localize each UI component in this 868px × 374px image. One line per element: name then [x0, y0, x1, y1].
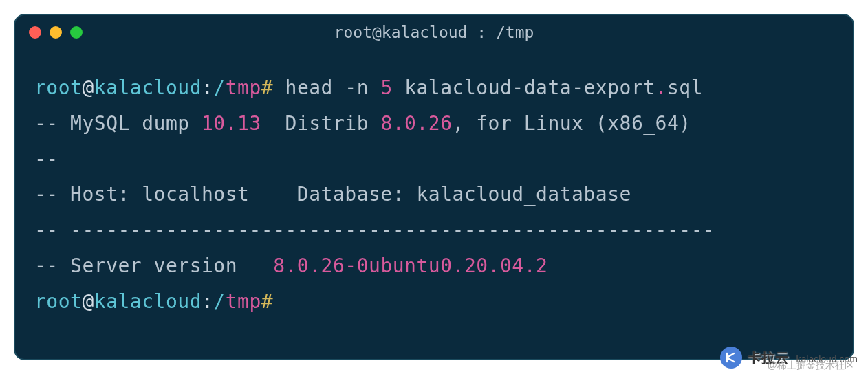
watermark-overlay: @稀土掘金技术社区: [768, 360, 854, 372]
prompt-host: kalacloud: [94, 76, 202, 99]
prompt-user: root: [34, 290, 82, 313]
minimize-icon[interactable]: [50, 26, 62, 38]
cmd-head: head: [285, 76, 345, 99]
cmd-ext: sql: [667, 76, 703, 99]
traffic-lights: [29, 26, 83, 38]
output-line-1: -- MySQL dump 10.13 Distrib 8.0.26, for …: [34, 106, 834, 142]
cmd-num: 5: [380, 76, 404, 99]
prompt-path: tmp: [226, 290, 261, 313]
prompt-colon: :: [202, 76, 213, 99]
prompt-line-2: root@kalacloud:/tmp#: [34, 284, 834, 320]
prompt-user: root: [34, 76, 82, 99]
prompt-hash: #: [261, 290, 273, 313]
prompt-host: kalacloud: [94, 290, 202, 313]
output-line-3: -- Host: localhost Database: kalacloud_d…: [34, 177, 834, 212]
window-title: root@kalacloud : /tmp: [334, 23, 534, 41]
output-line-5: -- Server version 8.0.26-0ubuntu0.20.04.…: [34, 248, 834, 284]
maximize-icon[interactable]: [70, 26, 83, 38]
prompt-path: tmp: [226, 76, 261, 99]
terminal-content[interactable]: root@kalacloud:/tmp# head -n 5 kalacloud…: [15, 50, 853, 340]
output-line-2: --: [34, 142, 834, 177]
prompt-line-1: root@kalacloud:/tmp# head -n 5 kalacloud…: [34, 70, 834, 106]
kalacloud-logo-icon: [720, 346, 742, 368]
prompt-slash: /: [213, 76, 225, 99]
prompt-colon: :: [202, 290, 213, 313]
logo-svg: [724, 351, 738, 364]
terminal-window: root@kalacloud : /tmp root@kalacloud:/tm…: [14, 14, 854, 360]
prompt-at: @: [82, 76, 94, 99]
cmd-flag: -n: [345, 76, 380, 99]
cmd-dot: .: [655, 76, 667, 99]
prompt-at: @: [82, 290, 94, 313]
cmd-file: kalacloud-data-export: [404, 76, 655, 99]
prompt-hash: #: [261, 76, 285, 99]
close-icon[interactable]: [29, 26, 41, 38]
prompt-slash: /: [213, 290, 225, 313]
title-bar: root@kalacloud : /tmp: [15, 15, 853, 50]
output-line-4: -- -------------------------------------…: [34, 212, 834, 248]
